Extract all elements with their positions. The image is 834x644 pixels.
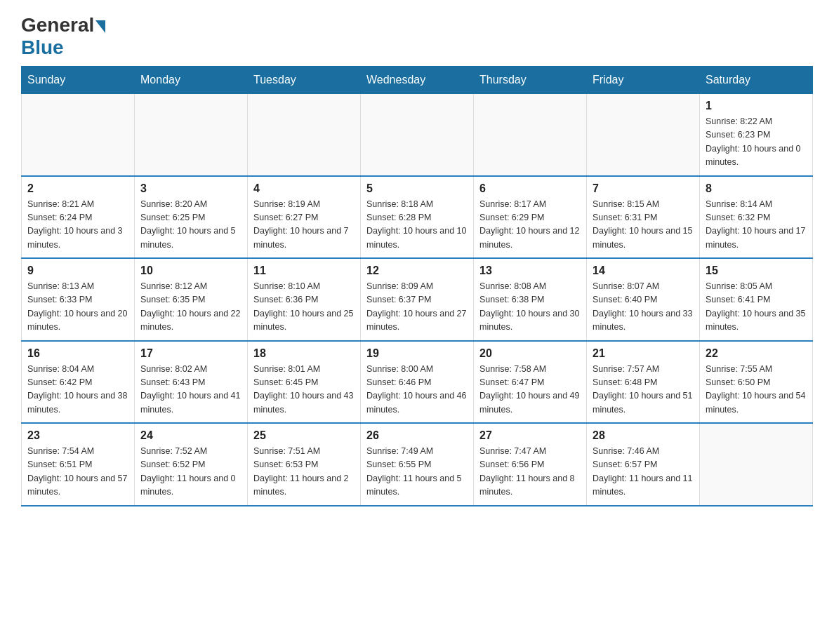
day-number: 7 — [593, 182, 694, 195]
calendar-cell: 13Sunrise: 8:08 AMSunset: 6:38 PMDayligh… — [474, 258, 587, 341]
day-info: Sunrise: 8:07 AMSunset: 6:40 PMDaylight:… — [593, 280, 694, 335]
calendar-cell: 27Sunrise: 7:47 AMSunset: 6:56 PMDayligh… — [474, 423, 587, 506]
calendar-cell: 11Sunrise: 8:10 AMSunset: 6:36 PMDayligh… — [248, 258, 361, 341]
day-number: 10 — [140, 264, 241, 277]
day-info: Sunrise: 7:58 AMSunset: 6:47 PMDaylight:… — [479, 363, 581, 417]
calendar-cell: 4Sunrise: 8:19 AMSunset: 6:27 PMDaylight… — [248, 176, 361, 259]
weekday-header-saturday: Saturday — [700, 67, 813, 94]
calendar-cell: 16Sunrise: 8:04 AMSunset: 6:42 PMDayligh… — [22, 341, 135, 424]
weekday-header-friday: Friday — [587, 67, 700, 94]
day-info: Sunrise: 8:04 AMSunset: 6:42 PMDaylight:… — [27, 363, 128, 417]
day-info: Sunrise: 8:17 AMSunset: 6:29 PMDaylight:… — [479, 198, 581, 253]
day-number: 12 — [366, 264, 468, 277]
day-number: 18 — [253, 347, 355, 360]
day-number: 26 — [366, 429, 468, 442]
logo: General Blue — [21, 14, 105, 59]
weekday-header-sunday: Sunday — [22, 67, 135, 94]
day-info: Sunrise: 7:55 AMSunset: 6:50 PMDaylight:… — [706, 363, 807, 417]
weekday-header-tuesday: Tuesday — [248, 67, 361, 94]
calendar-cell: 8Sunrise: 8:14 AMSunset: 6:32 PMDaylight… — [700, 176, 813, 259]
weekday-header-monday: Monday — [135, 67, 248, 94]
day-info: Sunrise: 8:22 AMSunset: 6:23 PMDaylight:… — [706, 115, 807, 170]
calendar-cell — [700, 423, 813, 506]
calendar-cell: 19Sunrise: 8:00 AMSunset: 6:46 PMDayligh… — [361, 341, 474, 424]
calendar-week-row: 9Sunrise: 8:13 AMSunset: 6:33 PMDaylight… — [22, 258, 813, 341]
day-number: 9 — [27, 264, 128, 277]
day-info: Sunrise: 8:18 AMSunset: 6:28 PMDaylight:… — [366, 198, 468, 253]
day-number: 19 — [366, 347, 468, 360]
calendar-cell: 26Sunrise: 7:49 AMSunset: 6:55 PMDayligh… — [361, 423, 474, 506]
day-info: Sunrise: 8:19 AMSunset: 6:27 PMDaylight:… — [253, 198, 355, 253]
day-info: Sunrise: 7:47 AMSunset: 6:56 PMDaylight:… — [479, 445, 581, 499]
calendar-cell — [474, 94, 587, 176]
calendar-week-row: 23Sunrise: 7:54 AMSunset: 6:51 PMDayligh… — [22, 423, 813, 506]
calendar-cell: 22Sunrise: 7:55 AMSunset: 6:50 PMDayligh… — [700, 341, 813, 424]
day-info: Sunrise: 8:05 AMSunset: 6:41 PMDaylight:… — [706, 280, 807, 335]
day-number: 17 — [140, 347, 241, 360]
day-number: 16 — [27, 347, 128, 360]
day-number: 8 — [706, 182, 807, 195]
calendar-week-row: 1Sunrise: 8:22 AMSunset: 6:23 PMDaylight… — [22, 94, 813, 176]
day-number: 6 — [479, 182, 581, 195]
calendar-cell — [135, 94, 248, 176]
day-info: Sunrise: 8:13 AMSunset: 6:33 PMDaylight:… — [27, 280, 128, 335]
calendar-cell: 24Sunrise: 7:52 AMSunset: 6:52 PMDayligh… — [135, 423, 248, 506]
day-info: Sunrise: 8:21 AMSunset: 6:24 PMDaylight:… — [27, 198, 128, 253]
calendar-cell: 17Sunrise: 8:02 AMSunset: 6:43 PMDayligh… — [135, 341, 248, 424]
day-info: Sunrise: 7:57 AMSunset: 6:48 PMDaylight:… — [593, 363, 694, 417]
day-number: 22 — [706, 347, 807, 360]
day-number: 5 — [366, 182, 468, 195]
day-number: 4 — [253, 182, 355, 195]
calendar-table: SundayMondayTuesdayWednesdayThursdayFrid… — [21, 66, 813, 507]
day-number: 1 — [706, 100, 807, 112]
calendar-cell: 6Sunrise: 8:17 AMSunset: 6:29 PMDaylight… — [474, 176, 587, 259]
day-number: 2 — [27, 182, 128, 195]
day-info: Sunrise: 7:49 AMSunset: 6:55 PMDaylight:… — [366, 445, 468, 499]
day-info: Sunrise: 8:01 AMSunset: 6:45 PMDaylight:… — [253, 363, 355, 417]
day-number: 28 — [593, 429, 694, 442]
calendar-cell: 18Sunrise: 8:01 AMSunset: 6:45 PMDayligh… — [248, 341, 361, 424]
day-info: Sunrise: 8:14 AMSunset: 6:32 PMDaylight:… — [706, 198, 807, 253]
day-number: 24 — [140, 429, 241, 442]
weekday-header-thursday: Thursday — [474, 67, 587, 94]
day-info: Sunrise: 8:02 AMSunset: 6:43 PMDaylight:… — [140, 363, 241, 417]
day-info: Sunrise: 8:15 AMSunset: 6:31 PMDaylight:… — [593, 198, 694, 253]
logo-general-text: General — [21, 14, 94, 36]
day-info: Sunrise: 7:52 AMSunset: 6:52 PMDaylight:… — [140, 445, 241, 499]
calendar-cell — [361, 94, 474, 176]
calendar-cell: 7Sunrise: 8:15 AMSunset: 6:31 PMDaylight… — [587, 176, 700, 259]
calendar-cell: 20Sunrise: 7:58 AMSunset: 6:47 PMDayligh… — [474, 341, 587, 424]
day-info: Sunrise: 8:00 AMSunset: 6:46 PMDaylight:… — [366, 363, 468, 417]
day-number: 15 — [706, 264, 807, 277]
day-info: Sunrise: 7:54 AMSunset: 6:51 PMDaylight:… — [27, 445, 128, 499]
calendar-cell: 23Sunrise: 7:54 AMSunset: 6:51 PMDayligh… — [22, 423, 135, 506]
calendar-cell: 5Sunrise: 8:18 AMSunset: 6:28 PMDaylight… — [361, 176, 474, 259]
calendar-cell: 14Sunrise: 8:07 AMSunset: 6:40 PMDayligh… — [587, 258, 700, 341]
logo-arrow-icon — [95, 20, 105, 33]
day-info: Sunrise: 8:12 AMSunset: 6:35 PMDaylight:… — [140, 280, 241, 335]
calendar-cell: 9Sunrise: 8:13 AMSunset: 6:33 PMDaylight… — [22, 258, 135, 341]
calendar-cell — [22, 94, 135, 176]
day-info: Sunrise: 8:20 AMSunset: 6:25 PMDaylight:… — [140, 198, 241, 253]
calendar-cell: 3Sunrise: 8:20 AMSunset: 6:25 PMDaylight… — [135, 176, 248, 259]
weekday-header-wednesday: Wednesday — [361, 67, 474, 94]
day-info: Sunrise: 8:10 AMSunset: 6:36 PMDaylight:… — [253, 280, 355, 335]
logo-blue-text: Blue — [21, 36, 64, 59]
day-number: 27 — [479, 429, 581, 442]
calendar-cell: 1Sunrise: 8:22 AMSunset: 6:23 PMDaylight… — [700, 94, 813, 176]
day-number: 21 — [593, 347, 694, 360]
calendar-week-row: 2Sunrise: 8:21 AMSunset: 6:24 PMDaylight… — [22, 176, 813, 259]
day-info: Sunrise: 7:51 AMSunset: 6:53 PMDaylight:… — [253, 445, 355, 499]
day-info: Sunrise: 8:09 AMSunset: 6:37 PMDaylight:… — [366, 280, 468, 335]
day-number: 11 — [253, 264, 355, 277]
calendar-cell: 28Sunrise: 7:46 AMSunset: 6:57 PMDayligh… — [587, 423, 700, 506]
day-info: Sunrise: 7:46 AMSunset: 6:57 PMDaylight:… — [593, 445, 694, 499]
weekday-header-row: SundayMondayTuesdayWednesdayThursdayFrid… — [22, 67, 813, 94]
day-number: 14 — [593, 264, 694, 277]
day-number: 23 — [27, 429, 128, 442]
page-header: General Blue — [21, 14, 813, 59]
calendar-cell: 21Sunrise: 7:57 AMSunset: 6:48 PMDayligh… — [587, 341, 700, 424]
calendar-cell: 10Sunrise: 8:12 AMSunset: 6:35 PMDayligh… — [135, 258, 248, 341]
calendar-cell: 15Sunrise: 8:05 AMSunset: 6:41 PMDayligh… — [700, 258, 813, 341]
day-info: Sunrise: 8:08 AMSunset: 6:38 PMDaylight:… — [479, 280, 581, 335]
